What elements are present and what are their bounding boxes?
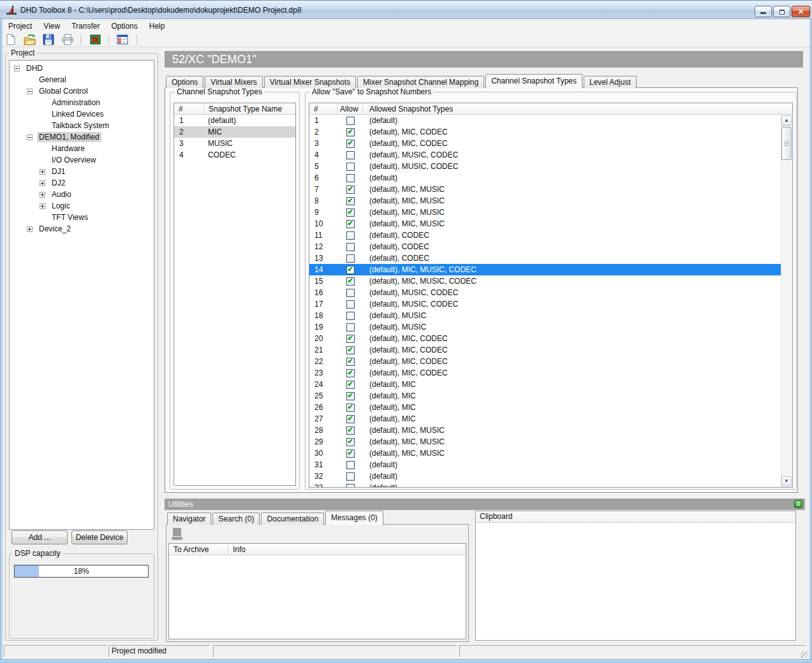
type-row[interactable]: 2MIC	[174, 126, 295, 138]
utilities-tab-navigator[interactable]: Navigator	[167, 513, 211, 525]
scroll-up-icon[interactable]: ▲	[781, 115, 792, 126]
tree-item-dhd[interactable]: DHD	[10, 62, 154, 74]
allow-row[interactable]: 1✔(default)	[309, 115, 781, 126]
allow-checkbox-checked[interactable]: ✔	[346, 438, 355, 446]
allow-row[interactable]: 14✔(default), MIC, MUSIC, CODEC	[309, 264, 781, 275]
tree-item-general[interactable]: General	[10, 74, 154, 85]
allow-checkbox-unchecked[interactable]: ✔	[346, 461, 355, 469]
allow-row[interactable]: 23✔(default), MIC, CODEC	[309, 367, 781, 379]
allow-row[interactable]: 10✔(default), MIC, MUSIC	[309, 218, 781, 229]
utilities-tab-documentation[interactable]: Documentation	[261, 513, 324, 525]
allow-checkbox-checked[interactable]: ✔	[346, 140, 355, 148]
allow-checkbox-checked[interactable]: ✔	[346, 404, 355, 412]
allow-checkbox-checked[interactable]: ✔	[346, 415, 355, 423]
type-row[interactable]: 4CODEC	[174, 149, 295, 161]
tree-expander-plus-icon[interactable]	[40, 192, 45, 198]
allow-checkbox-unchecked[interactable]: ✔	[346, 472, 355, 481]
allow-col-allow[interactable]: Allow	[337, 103, 363, 114]
allow-checkbox-checked[interactable]: ✔	[346, 208, 355, 217]
resize-grip-icon[interactable]	[801, 652, 808, 658]
allow-table-scrollbar[interactable]: ▲ ▼	[781, 115, 792, 486]
allow-row[interactable]: 27✔(default), MIC	[309, 413, 781, 425]
allow-checkbox-unchecked[interactable]: ✔	[346, 231, 355, 240]
allow-row[interactable]: 4✔(default), MUSIC, CODEC	[309, 149, 781, 161]
tree-expander-minus-icon[interactable]	[27, 89, 33, 94]
save-icon[interactable]	[40, 33, 57, 47]
allow-checkbox-checked[interactable]: ✔	[346, 392, 355, 400]
allow-row[interactable]: 2✔(default), MIC, CODEC	[309, 126, 781, 138]
allow-row[interactable]: 3✔(default), MIC, CODEC	[309, 138, 781, 149]
allow-row[interactable]: 13✔(default), CODEC	[309, 252, 781, 264]
allow-checkbox-unchecked[interactable]: ✔	[346, 484, 355, 488]
menu-item-options[interactable]: Options	[105, 20, 143, 33]
tree-expander-plus-icon[interactable]	[27, 226, 33, 232]
allow-col-num[interactable]: #	[309, 103, 337, 114]
allow-checkbox-checked[interactable]: ✔	[346, 358, 355, 366]
tree-expander-plus-icon[interactable]	[40, 169, 45, 175]
tree-item-hardware[interactable]: Hardware	[10, 143, 154, 154]
type-row[interactable]: 3MUSIC	[174, 138, 295, 149]
allow-row[interactable]: 33✔(default)	[309, 482, 781, 487]
options-icon[interactable]	[114, 33, 131, 47]
menu-item-help[interactable]: Help	[144, 20, 171, 33]
allow-checkbox-unchecked[interactable]: ✔	[346, 254, 355, 263]
tree-item-device-2[interactable]: Device_2	[10, 223, 154, 235]
allow-row[interactable]: 12✔(default), CODEC	[309, 241, 781, 252]
transfer-device-icon[interactable]	[87, 33, 103, 47]
tree-expander-plus-icon[interactable]	[40, 203, 45, 209]
allow-row[interactable]: 24✔(default), MIC	[309, 379, 781, 390]
menu-item-project[interactable]: Project	[3, 20, 38, 33]
allow-checkbox-checked[interactable]: ✔	[346, 197, 355, 205]
allow-checkbox-checked[interactable]: ✔	[346, 426, 355, 435]
tree-item-audio[interactable]: Audio	[10, 189, 154, 200]
delete-device-button[interactable]: Delete Device	[71, 530, 128, 544]
tab-options[interactable]: Options	[166, 76, 203, 88]
allow-row[interactable]: 31✔(default)	[309, 459, 781, 470]
allow-checkbox-unchecked[interactable]: ✔	[346, 323, 355, 332]
allow-col-types[interactable]: Allowed Snapshot Types	[363, 103, 792, 114]
allow-row[interactable]: 16✔(default), MUSIC, CODEC	[309, 287, 781, 298]
allow-checkbox-unchecked[interactable]: ✔	[346, 289, 355, 297]
allow-row[interactable]: 17✔(default), MUSIC, CODEC	[309, 298, 781, 310]
tree-item-linked-devices[interactable]: Linked Devices	[10, 108, 154, 120]
menu-item-transfer[interactable]: Transfer	[66, 20, 105, 33]
allow-checkbox-unchecked[interactable]: ✔	[346, 151, 355, 159]
menu-item-view[interactable]: View	[38, 20, 66, 33]
allow-row[interactable]: 28✔(default), MIC, MUSIC	[309, 425, 781, 436]
allow-checkbox-unchecked[interactable]: ✔	[346, 174, 355, 182]
tree-item-logic[interactable]: Logic	[10, 200, 154, 212]
minimize-button[interactable]	[755, 6, 772, 17]
restore-button[interactable]	[773, 6, 790, 17]
allow-row[interactable]: 22✔(default), MIC, CODEC	[309, 356, 781, 367]
allow-row[interactable]: 7✔(default), MIC, MUSIC	[309, 184, 781, 195]
allow-row[interactable]: 30✔(default), MIC, MUSIC	[309, 448, 781, 459]
type-row[interactable]: 1(default)	[174, 115, 295, 126]
tree-item-dj2[interactable]: DJ2	[10, 177, 154, 189]
tab-virtual-mixers[interactable]: Virtual Mixers	[205, 76, 262, 88]
utilities-tab-search-0[interactable]: Search (0)	[212, 513, 260, 525]
types-col-num[interactable]: #	[174, 103, 204, 114]
tab-mixer-snapshot-channel-mapping[interactable]: Mixer Snapshot Channel Mapping	[357, 76, 484, 88]
archive-icon[interactable]	[172, 528, 182, 541]
tab-channel-snapshot-types[interactable]: Channel Snapshot Types	[485, 74, 582, 88]
allow-row[interactable]: 26✔(default), MIC	[309, 402, 781, 413]
tree-expander-plus-icon[interactable]	[40, 180, 45, 186]
allow-checkbox-unchecked[interactable]: ✔	[346, 312, 355, 320]
allow-row[interactable]: 5✔(default), MUSIC, CODEC	[309, 161, 781, 172]
scroll-down-icon[interactable]: ▼	[781, 476, 792, 486]
allow-row[interactable]: 6✔(default)	[309, 172, 781, 184]
allow-checkbox-checked[interactable]: ✔	[346, 381, 355, 389]
close-button[interactable]: ✕	[792, 6, 810, 17]
scroll-thumb[interactable]	[781, 127, 792, 160]
allow-checkbox-unchecked[interactable]: ✔	[346, 163, 355, 171]
tab-virtual-mixer-snapshots[interactable]: Virtual Mixer Snapshots	[264, 76, 357, 88]
types-col-name[interactable]: Snapshot Type Name	[204, 103, 295, 114]
allow-checkbox-checked[interactable]: ✔	[346, 128, 355, 136]
allow-row[interactable]: 32✔(default)	[309, 470, 781, 482]
allow-checkbox-checked[interactable]: ✔	[346, 369, 355, 377]
allow-checkbox-checked[interactable]: ✔	[346, 449, 355, 458]
tree-item-i-o-overview[interactable]: I/O Overview	[10, 154, 154, 166]
allow-row[interactable]: 19✔(default), MUSIC	[309, 321, 781, 333]
allow-row[interactable]: 9✔(default), MIC, MUSIC	[309, 207, 781, 218]
tab-level-adjust[interactable]: Level Adjust	[584, 76, 637, 88]
